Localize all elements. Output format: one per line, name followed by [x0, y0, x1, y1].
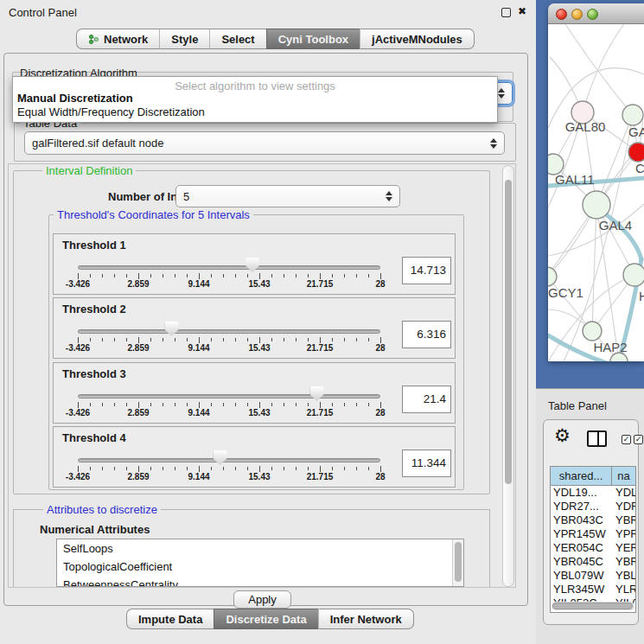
tab-select[interactable]: Select [209, 29, 265, 49]
attribute-item-topologicalcoefficient[interactable]: TopologicalCoefficient [57, 558, 463, 576]
tick-mark [320, 466, 321, 472]
slider-handle[interactable] [165, 322, 179, 336]
tick-mark [90, 274, 91, 277]
tick-mark [235, 403, 236, 406]
table-row[interactable]: YDR27...YDR2 [551, 500, 635, 513]
table-data-select[interactable]: galFiltered.sif default node [24, 131, 505, 155]
slider-track[interactable] [78, 265, 380, 270]
cell-name: YLR3 [612, 583, 635, 596]
vertical-scrollbar[interactable] [502, 165, 514, 587]
column-header-name[interactable]: na [612, 467, 635, 486]
horizontal-scrollbar[interactable] [552, 602, 634, 610]
node-label-c: C [635, 161, 644, 175]
table-panel: Table Panel ⚙ ✓ ✓ shared...na YDL19...YD… [536, 388, 644, 644]
network-node-ga[interactable] [622, 105, 643, 125]
numerical-attributes-list: SelfLoopsTopologicalCoefficientBetweenne… [56, 539, 464, 587]
list-vertical-scrollbar[interactable] [452, 539, 463, 586]
table-panel-title: Table Panel [548, 399, 607, 412]
tab-style[interactable]: Style [159, 29, 209, 49]
tick-mark [284, 403, 284, 406]
slider-handle[interactable] [214, 450, 227, 465]
tab-network[interactable]: Network [76, 29, 159, 49]
table-row[interactable]: YBL079WYBL0 [551, 569, 635, 583]
tick-mark [320, 402, 321, 408]
checkbox-icon-1[interactable]: ✓ [622, 435, 631, 444]
minimize-traffic-light-icon[interactable] [571, 9, 583, 20]
table-row[interactable]: YBR043CYBR0 [551, 513, 635, 527]
network-node-gal4[interactable] [583, 191, 610, 219]
attribute-item-betweennesscentrality[interactable]: BetweennessCentrality [57, 576, 463, 587]
tab-label-discretize-data: Discretize Data [226, 613, 306, 626]
tab-label-impute-data: Impute Data [138, 613, 202, 626]
slider-track[interactable] [78, 329, 380, 334]
tick-mark [199, 466, 200, 472]
tab-cyni-toolbox[interactable]: Cyni Toolbox [266, 29, 360, 49]
tick-mark [308, 274, 309, 277]
table-row[interactable]: YER054CYER0 [551, 541, 635, 555]
checkbox-icon-2[interactable]: ✓ [634, 435, 643, 444]
cell-shared-name: YBR045C [551, 555, 612, 569]
tick-label: 28 [375, 408, 385, 418]
stepper-arrows-icon [490, 138, 497, 149]
tick-mark [199, 402, 200, 408]
table-row[interactable]: YBR045CYBR0 [551, 555, 635, 569]
tick-label: 28 [375, 343, 385, 353]
threshold-value-field[interactable]: 14.713 [402, 257, 451, 284]
network-graph[interactable]: GAL80GACGAL11GAL4GCY1HHAP2 [548, 24, 644, 361]
number-of-intervals-select[interactable]: 5 [175, 185, 400, 207]
tick-label: 15.43 [248, 408, 270, 418]
settings-gear-icon[interactable]: ⚙ [554, 425, 571, 446]
dropdown-placeholder-item[interactable]: Select algorithm to view settings [13, 77, 497, 92]
thresholds-title: Threshold's Coordinates for 5 Intervals [54, 208, 253, 221]
slider-track[interactable] [78, 458, 380, 462]
cell-shared-name: YPR145W [551, 527, 612, 541]
tick-mark [308, 403, 309, 406]
network-node-c[interactable] [628, 143, 644, 162]
attribute-item-selfloops[interactable]: SelfLoops [57, 539, 463, 558]
column-header-shared-name[interactable]: shared... [551, 467, 612, 486]
close-icon[interactable]: ✖ [518, 5, 526, 17]
table-row[interactable]: YDL19...YDL1 [551, 486, 635, 500]
scrollbar-thumb[interactable] [505, 180, 512, 484]
tab-label-jactivemnodules: jActiveMNodules [372, 33, 462, 46]
table-row[interactable]: YLR345WYLR3 [551, 583, 635, 596]
tab-impute-data[interactable]: Impute Data [126, 609, 214, 629]
tab-jactivemnodules[interactable]: jActiveMNodules [360, 29, 475, 49]
network-node-hap2[interactable] [583, 322, 602, 341]
tab-label-select: Select [221, 33, 254, 46]
slider-handle[interactable] [245, 258, 259, 272]
float-window-icon[interactable] [501, 8, 511, 17]
threshold-value-field[interactable]: 6.316 [402, 321, 451, 348]
tick-mark [114, 467, 115, 470]
close-traffic-light-icon[interactable] [556, 9, 567, 20]
apply-button[interactable]: Apply [233, 590, 291, 609]
dropdown-option-manual-discretization[interactable]: Manual Discretization [13, 92, 497, 105]
tick-mark [344, 403, 345, 406]
slider-track[interactable] [78, 394, 380, 399]
tab-infer-network[interactable]: Infer Network [318, 609, 414, 629]
network-node-h[interactable] [623, 264, 644, 286]
threshold-value-field[interactable]: 21.4 [402, 386, 451, 413]
table-row[interactable]: YPR145WYPR1 [551, 527, 635, 541]
dropdown-option-equal-width-frequency[interactable]: Equal Width/Frequency Discretization [13, 105, 497, 119]
panel-title: Control Panel [9, 6, 77, 19]
network-window-titlebar[interactable] [548, 3, 644, 24]
tick-mark [199, 273, 200, 279]
slider-handle[interactable] [310, 386, 324, 401]
scrollbar-thumb[interactable] [552, 603, 633, 609]
tick-mark [114, 338, 115, 341]
tab-discretize-data[interactable]: Discretize Data [214, 609, 317, 629]
network-node-gcy1[interactable] [548, 267, 557, 286]
cell-name: YDR2 [612, 500, 635, 513]
network-canvas[interactable]: GAL80GACGAL11GAL4GCY1HHAP2 [548, 24, 644, 361]
node-label-gcy1: GCY1 [548, 285, 583, 300]
tick-mark [368, 338, 369, 341]
tick-label: 9.144 [188, 343, 209, 353]
zoom-traffic-light-icon[interactable] [587, 9, 598, 20]
tick-mark [247, 338, 248, 341]
tick-mark [211, 467, 212, 470]
threshold-value-field[interactable]: 11.344 [402, 450, 451, 477]
split-columns-icon[interactable] [587, 430, 607, 447]
tab-label-style: Style [171, 33, 198, 46]
scrollbar-thumb[interactable] [455, 542, 462, 582]
